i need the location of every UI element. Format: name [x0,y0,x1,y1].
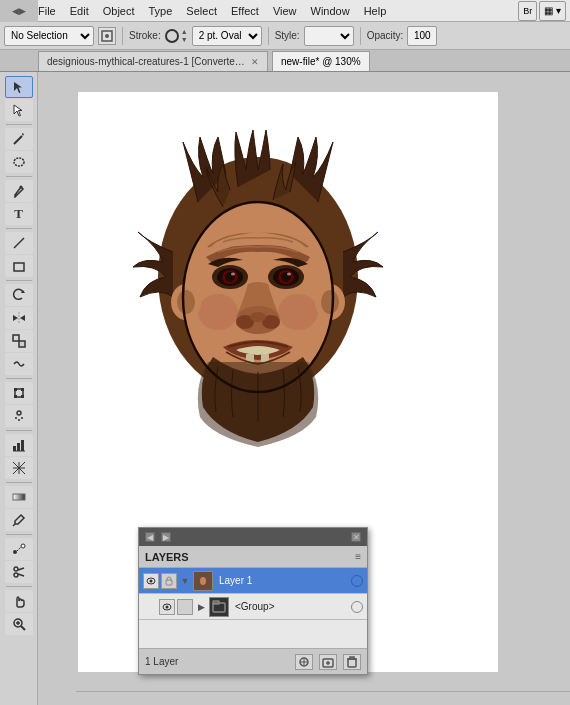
reflect-tool[interactable] [5,307,33,329]
gradient-tool[interactable] [5,486,33,508]
menu-window[interactable]: Window [305,3,356,19]
group-thumb [209,597,229,617]
scissors-tool[interactable] [5,561,33,583]
workspace-btn[interactable]: ▦ ▾ [539,1,566,21]
layer-row-1[interactable]: ▼ Layer 1 [139,568,367,594]
zoom-tool[interactable] [5,613,33,635]
transform-icon[interactable] [98,27,116,45]
svg-rect-12 [14,388,17,391]
svg-line-2 [14,136,22,144]
menu-help[interactable]: Help [358,3,393,19]
svg-rect-73 [348,659,356,667]
column-graph-tool[interactable] [5,434,33,456]
group-expand[interactable]: ▶ [195,601,207,613]
svg-point-30 [14,573,18,577]
toolbar-sep-2 [268,27,269,45]
canvas-area[interactable]: ◀ ▶ ✕ LAYERS ≡ ▼ [38,72,570,705]
pen-tool[interactable] [5,180,33,202]
svg-point-1 [105,34,109,38]
free-transform-tool[interactable] [5,382,33,404]
warp-tool[interactable] [5,353,33,375]
menu-edit[interactable]: Edit [64,3,95,19]
layer-1-visibility[interactable] [143,573,159,589]
svg-line-5 [14,238,24,248]
svg-point-54 [278,294,318,330]
tab-new-file[interactable]: new-file* @ 130% [272,51,370,71]
layers-header: LAYERS ≡ [139,546,367,568]
left-toolbar: T [0,72,38,705]
tab-converted-file[interactable]: designious-mythical-creatures-1 [Convert… [38,51,268,71]
eyedropper-tool[interactable] [5,509,33,531]
svg-rect-9 [13,335,19,341]
svg-line-34 [21,626,25,630]
tool-sep-4 [6,280,32,281]
layer-1-lock[interactable] [161,573,177,589]
tool-sep-8 [6,534,32,535]
line-tool[interactable] [5,232,33,254]
group-target[interactable] [351,601,363,613]
group-visibility[interactable] [159,599,175,615]
svg-rect-14 [14,395,17,398]
layer-1-expand[interactable]: ▼ [179,575,191,587]
svg-point-17 [15,417,17,419]
type-tool[interactable]: T [5,203,33,225]
layers-maximize-btn[interactable]: ▶ [161,532,171,542]
menu-effect[interactable]: Effect [225,3,265,19]
layers-minimize-btn[interactable]: ◀ [145,532,155,542]
menu-bar: Ai File Edit Object Type Select Effect V… [0,0,570,22]
layers-content: ▼ Layer 1 ▶ <Gro [139,568,367,648]
menu-select[interactable]: Select [180,3,223,19]
layers-title-left: ◀ ▶ [145,532,171,542]
layer-1-target[interactable] [351,575,363,587]
tab-scroll-left[interactable]: ◀▶ [0,0,38,22]
toolbar-sep-1 [122,27,123,45]
symbol-sprayer-tool[interactable] [5,405,33,427]
svg-point-43 [231,273,235,276]
tool-sep-3 [6,228,32,229]
stroke-label: Stroke: [129,30,161,41]
svg-point-3 [14,158,24,166]
tab-bar: ◀▶ designious-mythical-creatures-1 [Conv… [0,50,570,72]
menu-type[interactable]: Type [143,3,179,19]
rotate-tool[interactable] [5,284,33,306]
opacity-input[interactable] [407,26,437,46]
menu-view[interactable]: View [267,3,303,19]
bridge-btn[interactable]: Br [518,1,537,21]
tab-close-0[interactable]: ✕ [251,57,259,67]
svg-point-18 [18,419,20,421]
svg-rect-20 [13,446,16,451]
direct-selection-tool[interactable] [5,99,33,121]
layers-title-text: LAYERS [145,551,189,563]
group-lock[interactable] [177,599,193,615]
delete-layer-btn[interactable] [343,654,361,670]
layers-close-btn[interactable]: ✕ [351,532,361,542]
svg-point-29 [14,567,18,571]
blend-tool[interactable] [5,538,33,560]
tool-sep-5 [6,378,32,379]
layer-1-thumb [193,571,213,591]
hand-tool[interactable] [5,590,33,612]
layers-footer: 1 Layer [139,648,367,674]
rectangle-tool[interactable] [5,255,33,277]
selection-tool[interactable] [5,76,33,98]
layers-menu-icon[interactable]: ≡ [355,551,361,562]
toolbar-sep-3 [360,27,361,45]
opacity-label: Opacity: [367,30,404,41]
magic-wand-tool[interactable] [5,128,33,150]
svg-rect-15 [21,395,24,398]
style-dropdown[interactable] [304,26,354,46]
mesh-tool[interactable] [5,457,33,479]
layers-title-bar: ◀ ▶ ✕ [139,528,367,546]
stroke-size-dropdown[interactable]: 2 pt. Oval [192,26,262,46]
stroke-arrows[interactable]: ▲ ▼ [181,28,188,43]
bottom-scrollbar[interactable] [76,691,570,705]
menu-object[interactable]: Object [97,3,141,19]
lasso-tool[interactable] [5,151,33,173]
scale-tool[interactable] [5,330,33,352]
new-layer-btn[interactable] [319,654,337,670]
make-sublayer-btn[interactable] [295,654,313,670]
svg-point-16 [17,411,21,415]
tool-sep-2 [6,176,32,177]
layer-row-group[interactable]: ▶ <Group> [139,594,367,620]
selection-dropdown[interactable]: No Selection [4,26,94,46]
